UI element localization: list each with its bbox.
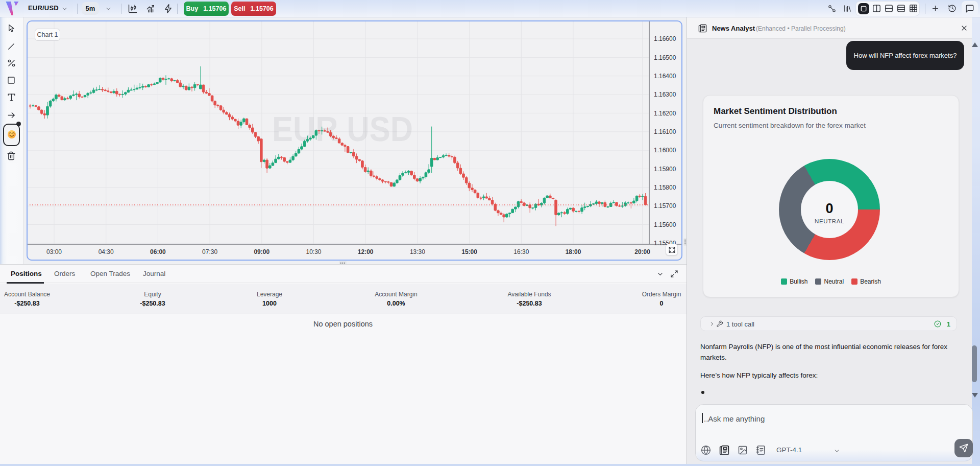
svg-text:1.16500: 1.16500 [654, 54, 676, 61]
svg-text:10:30: 10:30 [306, 248, 321, 255]
svg-text:1.16200: 1.16200 [654, 110, 676, 117]
svg-text:09:00: 09:00 [254, 248, 270, 255]
svg-text:1.15700: 1.15700 [654, 202, 676, 209]
svg-text:03:00: 03:00 [46, 248, 62, 255]
svg-text:15:00: 15:00 [461, 248, 477, 255]
svg-text:06:00: 06:00 [150, 248, 166, 255]
svg-text:EUR USD: EUR USD [272, 109, 413, 149]
svg-text:1.15600: 1.15600 [654, 221, 676, 228]
svg-text:04:30: 04:30 [99, 248, 114, 255]
svg-text:12:00: 12:00 [358, 248, 374, 255]
svg-text:1.16100: 1.16100 [654, 128, 676, 135]
svg-text:1.15900: 1.15900 [654, 166, 676, 173]
svg-text:1.15800: 1.15800 [654, 184, 676, 191]
svg-text:1.16000: 1.16000 [654, 147, 676, 154]
svg-text:16:30: 16:30 [513, 248, 529, 255]
svg-text:1.16400: 1.16400 [654, 73, 676, 80]
svg-text:1.16600: 1.16600 [654, 35, 676, 42]
svg-text:20:00: 20:00 [634, 248, 650, 255]
svg-text:18:00: 18:00 [566, 248, 581, 255]
svg-text:07:30: 07:30 [202, 248, 217, 255]
svg-text:13:30: 13:30 [410, 248, 425, 255]
svg-text:1.16300: 1.16300 [654, 91, 676, 98]
